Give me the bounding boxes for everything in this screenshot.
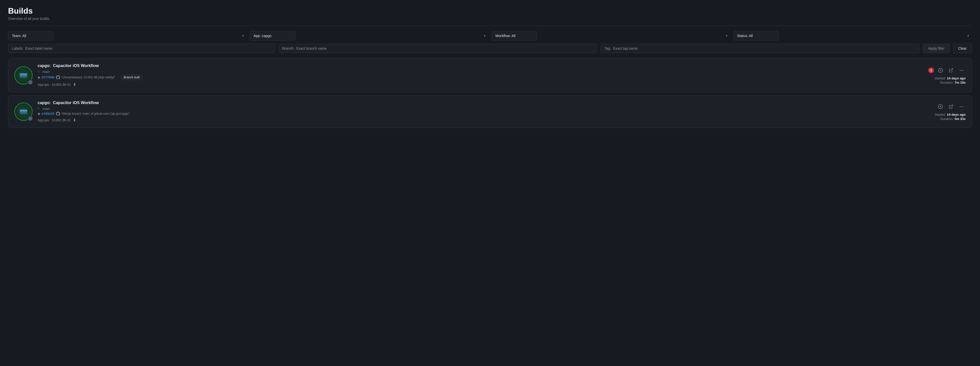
build-branch: main bbox=[43, 107, 50, 111]
status-select[interactable]: Status: All bbox=[733, 31, 779, 41]
svg-rect-10 bbox=[20, 111, 27, 112]
commit-message: "chore(release): 10.601.98 [skip netlify… bbox=[62, 76, 115, 79]
labels-filter-wrapper: Labels: bbox=[8, 44, 275, 53]
svg-point-7 bbox=[961, 70, 962, 71]
branch-input[interactable] bbox=[296, 46, 593, 51]
build-info: capgo: Capacitor iOS Workflow ⑂ main ◉ b… bbox=[38, 63, 923, 87]
svg-rect-2 bbox=[20, 76, 27, 78]
commit-message: "Merge branch 'main' of github.com:Cap-g… bbox=[62, 112, 130, 116]
more-options-button[interactable] bbox=[958, 103, 966, 111]
svg-point-16 bbox=[961, 106, 962, 107]
duration-label: Duration: bbox=[940, 81, 954, 84]
external-link-button[interactable] bbox=[947, 66, 955, 74]
build-meta: ⑂ main bbox=[38, 107, 929, 111]
commit-info: ◉ b5ff09b "chore(release): 10.601.98 [sk… bbox=[38, 74, 923, 80]
build-title: capgo: Capacitor iOS Workflow bbox=[38, 101, 929, 105]
play-icon bbox=[938, 104, 943, 109]
download-button[interactable]: ⬇ bbox=[73, 82, 76, 87]
artifact-version: 10.601.98 #1 bbox=[52, 83, 71, 86]
build-actions-timing: 1 bbox=[928, 66, 966, 84]
workflow-filter-wrapper: Workflow: All ▾ bbox=[492, 31, 730, 41]
duration-label: Duration: bbox=[940, 117, 954, 121]
svg-point-8 bbox=[963, 70, 963, 71]
app-filter-wrapper: App: capgo ▾ bbox=[250, 31, 489, 41]
eye-icon: ◉ bbox=[38, 112, 40, 116]
filters-row-2: Labels: Branch: Tag: Apply filter Clear bbox=[8, 44, 972, 53]
stack-icon bbox=[19, 71, 28, 80]
build-info: capgo: Capacitor iOS Workflow ⑂ main ◉ e… bbox=[38, 101, 929, 122]
svg-line-5 bbox=[951, 68, 953, 71]
svg-point-6 bbox=[960, 70, 961, 71]
duration-value: 7m 19s bbox=[955, 81, 966, 84]
artifact-label: App.ipa: bbox=[38, 118, 50, 122]
external-link-button[interactable] bbox=[947, 103, 955, 111]
action-buttons-row bbox=[936, 103, 966, 111]
started-label: Started: bbox=[934, 76, 946, 80]
status-filter-wrapper: Status: All ▾ bbox=[733, 31, 972, 41]
builds-list: 👤 capgo: Capacitor iOS Workflow ⑂ main ◉… bbox=[8, 58, 972, 128]
workflow-select[interactable]: Workflow: All bbox=[492, 31, 537, 41]
page-subtitle: Overview of all your builds bbox=[8, 17, 972, 21]
team-filter-wrapper: Team: All ▾ bbox=[8, 31, 247, 41]
svg-marker-13 bbox=[940, 106, 941, 108]
svg-marker-4 bbox=[940, 70, 941, 71]
branch-badge: Branch built bbox=[121, 74, 143, 80]
started-text: Started: 14 days ago bbox=[934, 112, 966, 116]
more-options-button[interactable] bbox=[958, 66, 966, 74]
branch-icon: ⑂ bbox=[38, 70, 40, 74]
started-value: 14 days ago bbox=[947, 76, 966, 80]
eye-icon: ◉ bbox=[38, 76, 40, 79]
commit-hash: e380a26 bbox=[41, 112, 54, 116]
branch-icon: ⑂ bbox=[38, 107, 40, 111]
action-buttons-row: 1 bbox=[928, 66, 966, 74]
play-button[interactable] bbox=[936, 66, 945, 74]
artifact-info: App.ipa: 10.601.98 #1 ⬇ bbox=[38, 82, 923, 87]
svg-rect-9 bbox=[20, 110, 27, 111]
github-icon bbox=[56, 75, 60, 79]
build-workflow-name: Capacitor iOS Workflow bbox=[53, 101, 99, 105]
dots-icon bbox=[959, 105, 964, 109]
build-branch: main bbox=[43, 70, 50, 74]
svg-line-14 bbox=[951, 105, 953, 107]
svg-point-15 bbox=[960, 106, 961, 107]
stack-icon bbox=[19, 107, 28, 116]
team-select[interactable]: Team: All bbox=[8, 31, 54, 41]
apply-filter-button[interactable]: Apply filter bbox=[923, 44, 950, 53]
tag-filter-wrapper: Tag: bbox=[600, 44, 920, 53]
build-app-name: capgo: bbox=[38, 63, 51, 68]
artifact-info: App.ipa: 10.601.96 #1 ⬇ bbox=[38, 118, 929, 122]
labels-input[interactable] bbox=[25, 46, 272, 51]
labels-label: Labels: bbox=[12, 46, 23, 51]
notification-badge: 1 bbox=[928, 68, 934, 73]
started-label: Started: bbox=[934, 112, 946, 116]
branch-label: Branch: bbox=[282, 46, 294, 51]
app-chevron-icon: ▾ bbox=[484, 34, 485, 38]
duration-text: Duration: 7m 19s bbox=[934, 81, 966, 84]
avatar: 👤 bbox=[14, 103, 33, 121]
page-header: Builds Overview of all your builds bbox=[8, 6, 972, 21]
started-value: 14 days ago bbox=[947, 112, 966, 116]
github-icon bbox=[56, 112, 60, 116]
branch-filter-wrapper: Branch: bbox=[278, 44, 598, 53]
play-icon bbox=[938, 68, 943, 73]
build-title: capgo: Capacitor iOS Workflow bbox=[38, 63, 923, 68]
build-app-name: capgo: bbox=[38, 101, 51, 105]
clear-filter-button[interactable]: Clear bbox=[953, 44, 972, 53]
team-chevron-icon: ▾ bbox=[242, 34, 244, 38]
tag-label: Tag: bbox=[604, 46, 611, 51]
avatar-sub: 👤 bbox=[27, 116, 33, 121]
play-button[interactable] bbox=[936, 103, 945, 111]
tag-input[interactable] bbox=[613, 46, 916, 51]
download-button[interactable]: ⬇ bbox=[73, 118, 76, 122]
build-card: 👤 capgo: Capacitor iOS Workflow ⑂ main ◉… bbox=[8, 58, 972, 92]
build-timing: Started: 14 days ago Duration: 5m 33s bbox=[934, 112, 966, 121]
artifact-label: App.ipa: bbox=[38, 83, 50, 86]
filters-row-1: Team: All ▾ App: capgo ▾ Workflow: All ▾… bbox=[8, 31, 972, 41]
status-chevron-icon: ▾ bbox=[967, 34, 969, 38]
build-meta: ⑂ main bbox=[38, 70, 923, 74]
commit-hash: b5ff09b bbox=[41, 76, 54, 79]
artifact-version: 10.601.96 #1 bbox=[52, 118, 71, 122]
app-select[interactable]: App: capgo bbox=[250, 31, 295, 41]
external-link-icon bbox=[949, 68, 953, 73]
build-timing: Started: 14 days ago Duration: 7m 19s bbox=[934, 76, 966, 84]
